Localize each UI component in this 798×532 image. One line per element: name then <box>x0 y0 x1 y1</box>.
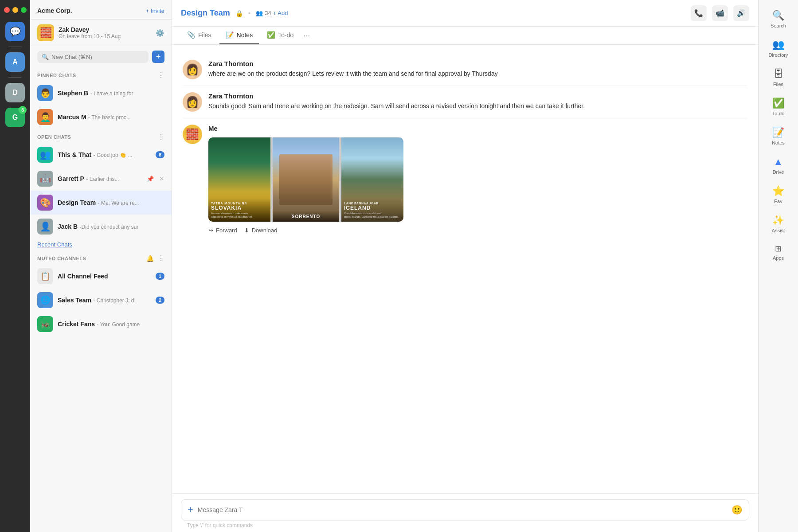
chat-preview: - I have a thing for <box>90 90 133 97</box>
close-button[interactable] <box>4 7 10 13</box>
list-item[interactable]: 👥 This & That - Good job 👏 ... 8 <box>30 143 172 167</box>
download-button[interactable]: ⬇ Download <box>244 227 278 234</box>
tab-files[interactable]: 📎 Files <box>181 27 218 44</box>
chat-name: Design Team <box>58 199 96 206</box>
chat-content: Cricket Fans - You: Good game <box>58 320 164 328</box>
sidebar-item-drive[interactable]: ▲ Drive <box>763 152 794 179</box>
list-item[interactable]: 👨‍🦱 Marcus M - The basic proc... <box>30 105 172 129</box>
emoji-button[interactable]: 🙂 <box>732 505 743 515</box>
sidebar-item-fav[interactable]: ⭐ Fav <box>763 181 794 208</box>
list-item[interactable]: 🎨 Design Team - Me: We are re... <box>30 191 172 215</box>
sidebar-item-assist[interactable]: ✨ Assist <box>763 210 794 238</box>
chat-preview: - Good job 👏 ... <box>94 152 133 158</box>
mute-icon: 🔔 <box>146 255 154 262</box>
chat-tabs: 📎 Files 📝 Notes ✅ To-do ··· <box>172 27 758 45</box>
fav-icon: ⭐ <box>772 185 784 197</box>
chat-content: Sales Team - Christopher J: d. <box>58 296 151 304</box>
pin-icon: 📌 <box>147 176 154 182</box>
pinned-chats-actions: ⋮ <box>157 71 164 79</box>
files-tab-label: Files <box>198 31 211 39</box>
people-icon: 👥 <box>256 10 263 16</box>
apps-label: Apps <box>773 255 784 261</box>
sidebar-item-search[interactable]: 🔍 Search <box>763 5 794 33</box>
collage-country-3: ICELAND <box>344 205 401 211</box>
todo-tab-label: To-do <box>278 31 293 39</box>
list-item[interactable]: 👤 Jack B -Did you conduct any sur <box>30 215 172 239</box>
pinned-chats-label: PINNED CHATS <box>37 73 76 78</box>
chat-name: Cricket Fans <box>58 321 95 328</box>
user-avatar: 🧱 <box>37 24 54 41</box>
assist-label: Assist <box>772 228 785 233</box>
list-item[interactable]: 🦗 Cricket Fans - You: Good game <box>30 312 172 336</box>
maximize-button[interactable] <box>21 7 27 13</box>
speaker-button[interactable]: 🔊 <box>733 5 749 21</box>
search-input[interactable] <box>51 54 144 60</box>
video-call-button[interactable]: 📹 <box>712 5 728 21</box>
list-item[interactable]: 🤖 Garrett P - Earlier this... 📌 ✕ <box>30 167 172 191</box>
directory-label: Directory <box>768 52 788 58</box>
open-chats-header: OPEN CHATS ⋮ <box>30 129 172 143</box>
sidebar-item-directory[interactable]: 👥 Directory <box>763 35 794 62</box>
list-item[interactable]: 🌐 Sales Team - Christopher J: d. 2 <box>30 288 172 312</box>
rail-divider-2 <box>8 77 22 78</box>
message-sender: Me <box>208 125 747 132</box>
open-chats-label: OPEN CHATS <box>37 134 71 140</box>
avatar-d[interactable]: D <box>5 83 25 102</box>
files-tab-icon: 📎 <box>187 31 196 39</box>
chat-preview: - Christopher J: d. <box>93 297 135 304</box>
open-chat-list: 👥 This & That - Good job 👏 ... 8 🤖 Garre… <box>30 143 172 239</box>
audio-call-button[interactable]: 📞 <box>691 5 707 21</box>
message-input-wrap: + 🙂 Type '/' for quick commands <box>172 493 758 532</box>
assist-icon: ✨ <box>772 215 784 226</box>
quick-command-hint: Type '/' for quick commands <box>181 520 749 528</box>
sidebar-item-files[interactable]: 🗄 Files <box>763 64 794 91</box>
forward-button[interactable]: ↪ Forward <box>208 227 237 234</box>
pinned-chats-more[interactable]: ⋮ <box>157 71 164 79</box>
settings-icon[interactable]: ⚙️ <box>156 29 164 37</box>
collage-image-2: SORRENTO <box>273 137 339 222</box>
image-attachment: TATRA MOUNTAINS SLOVAKIA Aenean elementu… <box>208 137 747 234</box>
add-member-link[interactable]: + Add <box>273 10 288 16</box>
sidebar-header: Acme Corp. + Invite <box>30 0 172 20</box>
open-chats-more[interactable]: ⋮ <box>157 133 164 141</box>
close-chat-icon[interactable]: ✕ <box>159 175 164 182</box>
sidebar-content: PINNED CHATS ⋮ 👨 Stephen B - I have a th… <box>30 67 172 532</box>
attachment-actions: ↪ Forward ⬇ Download <box>208 227 747 234</box>
message-group: 🧱 Me TATRA MOUNTAINS SLOVAKIA Aenean ele… <box>183 118 747 240</box>
invite-button[interactable]: + Invite <box>146 8 164 14</box>
message-text: Sounds good! Sam and Irene are working o… <box>208 102 747 111</box>
message-add-button[interactable]: + <box>188 504 193 516</box>
sidebar-item-apps[interactable]: ⊞ Apps <box>763 239 794 265</box>
apps-icon: ⊞ <box>775 244 782 254</box>
message-input[interactable] <box>198 506 727 513</box>
chat-name: All Channel Feed <box>58 273 108 280</box>
new-chat-button[interactable]: + <box>152 51 164 63</box>
unread-badge: 2 <box>156 297 164 304</box>
todo-icon: ✅ <box>772 98 784 109</box>
minimize-button[interactable] <box>12 7 18 13</box>
avatar-a[interactable]: A <box>5 52 25 72</box>
chat-content: This & That - Good job 👏 ... <box>58 151 151 159</box>
tab-notes[interactable]: 📝 Notes <box>219 27 259 44</box>
collage-image-3: LANÐMANNAAUGAR ICELAND Cras bibendum cur… <box>341 137 403 222</box>
avatar-a-label: A <box>12 58 18 66</box>
sidebar-item-notes[interactable]: 📝 Notes <box>763 122 794 150</box>
list-item[interactable]: 📋 All Channel Feed 1 <box>30 264 172 288</box>
tab-todo[interactable]: ✅ To-do <box>261 27 300 44</box>
chat-preview: - The basic proc... <box>88 114 131 121</box>
muted-channels-more[interactable]: ⋮ <box>157 254 164 262</box>
message-text: where are we on the product design? Lets… <box>208 69 747 78</box>
unread-badge: 8 <box>156 151 164 158</box>
chat-nav-icon[interactable]: 💬 <box>5 22 25 41</box>
tabs-more-button[interactable]: ··· <box>303 31 310 40</box>
muted-channel-list: 📋 All Channel Feed 1 🌐 Sales Team - Chri… <box>30 264 172 336</box>
traffic-lights <box>4 7 27 13</box>
chat-avatar: 👨 <box>37 85 53 101</box>
recent-chats-link[interactable]: Recent Chats <box>30 239 172 250</box>
chat-avatar: 🤖 <box>37 171 53 187</box>
list-item[interactable]: 👨 Stephen B - I have a thing for <box>30 81 172 105</box>
collage-region-3: LANÐMANNAAUGAR <box>344 202 401 205</box>
sidebar-item-todo[interactable]: ✅ To-do <box>763 93 794 121</box>
search-input-wrap[interactable]: 🔍 <box>37 51 149 63</box>
avatar-g[interactable]: G 8 <box>5 108 25 127</box>
